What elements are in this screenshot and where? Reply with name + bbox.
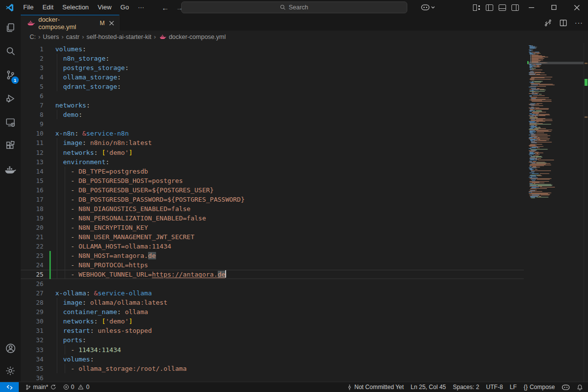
indentation[interactable]: Spaces: 2	[449, 384, 482, 391]
line-number[interactable]: 25	[21, 270, 43, 279]
code-area[interactable]: 1volumes:2 n8n_storage:3 postgres_storag…	[21, 44, 524, 382]
code-line[interactable]: 26	[21, 279, 524, 288]
line-number[interactable]: 11	[21, 138, 43, 147]
code-line[interactable]: 29 container_name: ollama	[21, 307, 524, 317]
breadcrumb-filename[interactable]: docker-compose.yml	[169, 34, 226, 40]
code-line[interactable]: 18 - N8N_DIAGNOSTICS_ENABLED=false	[21, 204, 524, 214]
code-line[interactable]: 15 - DB_POSTGRESDB_HOST=postgres	[21, 176, 524, 185]
line-number[interactable]: 3	[21, 63, 43, 72]
code-line[interactable]: 3 postgres_storage:	[21, 63, 524, 72]
more-actions-icon[interactable]: ···	[575, 19, 583, 27]
code-line[interactable]: 27x-ollama: &service-ollama	[21, 288, 524, 298]
line-number[interactable]: 33	[21, 345, 43, 355]
line-number[interactable]: 34	[21, 355, 43, 364]
code-line[interactable]: 10x-n8n: &service-n8n	[21, 129, 524, 138]
search-icon[interactable]	[0, 39, 21, 63]
docker-icon[interactable]	[0, 158, 21, 181]
code-line[interactable]: 33 - 11434:11434	[21, 345, 524, 355]
code-line[interactable]: 12 networks: ['demo']	[21, 148, 524, 157]
line-number[interactable]: 5	[21, 82, 43, 91]
code-line[interactable]: 34 volumes:	[21, 355, 524, 364]
code-line[interactable]: 25 - WEBHOOK_TUNNEL_URL=https://antagora…	[21, 270, 524, 279]
split-editor-icon[interactable]	[560, 20, 567, 26]
remote-indicator[interactable]	[0, 382, 19, 392]
line-number[interactable]: 17	[21, 195, 43, 204]
notifications-bell[interactable]	[573, 384, 584, 391]
line-number[interactable]: 19	[21, 214, 43, 223]
code-line[interactable]: 4 ollama_storage:	[21, 72, 524, 82]
menu-file[interactable]: File	[19, 0, 38, 15]
line-number[interactable]: 30	[21, 317, 43, 326]
run-debug-icon[interactable]	[0, 87, 21, 110]
code-line[interactable]: 31 restart: unless-stopped	[21, 326, 524, 335]
line-number[interactable]: 10	[21, 129, 43, 138]
code-line[interactable]: 32 ports:	[21, 335, 524, 345]
code-line[interactable]: 21 - N8N_USER_MANAGEMENT_JWT_SECRET	[21, 232, 524, 242]
line-number[interactable]: 22	[21, 242, 43, 251]
navigate-back-icon[interactable]: ←	[161, 3, 169, 12]
code-line[interactable]: 7networks:	[21, 101, 524, 110]
menu-edit[interactable]: Edit	[38, 0, 58, 15]
line-number[interactable]: 27	[21, 288, 43, 298]
encoding[interactable]: UTF-8	[483, 384, 507, 391]
code-line[interactable]: 35 - ollama_storage:/root/.ollama	[21, 364, 524, 373]
line-number[interactable]: 20	[21, 223, 43, 232]
code-line[interactable]: 1volumes:	[21, 44, 524, 54]
line-number[interactable]: 13	[21, 157, 43, 167]
code-line[interactable]: 13 environment:	[21, 157, 524, 167]
toggle-panel-icon[interactable]	[499, 4, 506, 11]
code-line[interactable]: 2 n8n_storage:	[21, 54, 524, 63]
toggle-primary-sidebar-icon[interactable]	[486, 4, 493, 11]
code-line[interactable]: 23 - N8N_HOST=antagora.de	[21, 251, 524, 260]
menu-view[interactable]: View	[93, 0, 116, 15]
breadcrumb-drive[interactable]: C:	[30, 34, 36, 40]
code-line[interactable]: 16 - DB_POSTGRESDB_USER=${POSTGRES_USER}	[21, 185, 524, 195]
breadcrumb-folder[interactable]: self-hosted-ai-starter-kit	[86, 34, 151, 40]
overview-ruler[interactable]	[584, 43, 588, 382]
cursor-position[interactable]: Ln 25, Col 45	[407, 384, 449, 391]
line-number[interactable]: 9	[21, 119, 43, 129]
line-number[interactable]: 7	[21, 101, 43, 110]
eol-sequence[interactable]: LF	[507, 384, 520, 391]
minimap[interactable]	[527, 44, 584, 380]
line-number[interactable]: 24	[21, 260, 43, 270]
code-line[interactable]: 11 image: n8nio/n8n:latest	[21, 138, 524, 147]
breadcrumb-castr[interactable]: castr	[66, 34, 79, 40]
breadcrumb-users[interactable]: Users	[43, 34, 59, 40]
menu-more[interactable]: ···	[133, 0, 149, 15]
remote-explorer-icon[interactable]	[0, 110, 21, 134]
code-line[interactable]: 24 - N8N_PROTOCOL=https	[21, 260, 524, 270]
problems-item[interactable]: 0 0	[60, 382, 93, 392]
line-number[interactable]: 1	[21, 44, 43, 54]
tab-close-icon[interactable]	[109, 21, 114, 26]
line-number[interactable]: 29	[21, 307, 43, 317]
explorer-icon[interactable]	[0, 16, 21, 39]
extensions-icon[interactable]	[0, 134, 21, 158]
line-number[interactable]: 18	[21, 204, 43, 214]
copilot-menu[interactable]	[421, 4, 435, 10]
line-number[interactable]: 23	[21, 251, 43, 260]
settings-gear-icon[interactable]	[0, 360, 21, 382]
language-mode[interactable]: {} Compose	[520, 384, 558, 391]
line-number[interactable]: 32	[21, 335, 43, 345]
git-branch-item[interactable]: main*	[22, 382, 60, 392]
code-line[interactable]: 6	[21, 91, 524, 101]
open-changes-icon[interactable]	[544, 19, 552, 27]
maximize-button[interactable]	[543, 0, 565, 15]
line-number[interactable]: 16	[21, 185, 43, 195]
line-number[interactable]: 12	[21, 148, 43, 157]
line-number[interactable]: 8	[21, 110, 43, 119]
line-number[interactable]: 14	[21, 167, 43, 176]
close-window-button[interactable]	[565, 0, 588, 15]
source-control-icon[interactable]: 1	[0, 63, 21, 87]
editor-pane[interactable]: 1volumes:2 n8n_storage:3 postgres_storag…	[21, 43, 588, 382]
code-line[interactable]: 9	[21, 119, 524, 129]
line-number[interactable]: 2	[21, 54, 43, 63]
line-number[interactable]: 36	[21, 373, 43, 382]
code-line[interactable]: 22 - OLLAMA_HOST=ollama:11434	[21, 242, 524, 251]
line-number[interactable]: 4	[21, 72, 43, 82]
code-line[interactable]: 30 networks: ['demo']	[21, 317, 524, 326]
tab-docker-compose[interactable]: docker-compose.yml M	[21, 15, 119, 31]
code-line[interactable]: 20 - N8N_ENCRYPTION_KEY	[21, 223, 524, 232]
line-number[interactable]: 15	[21, 176, 43, 185]
